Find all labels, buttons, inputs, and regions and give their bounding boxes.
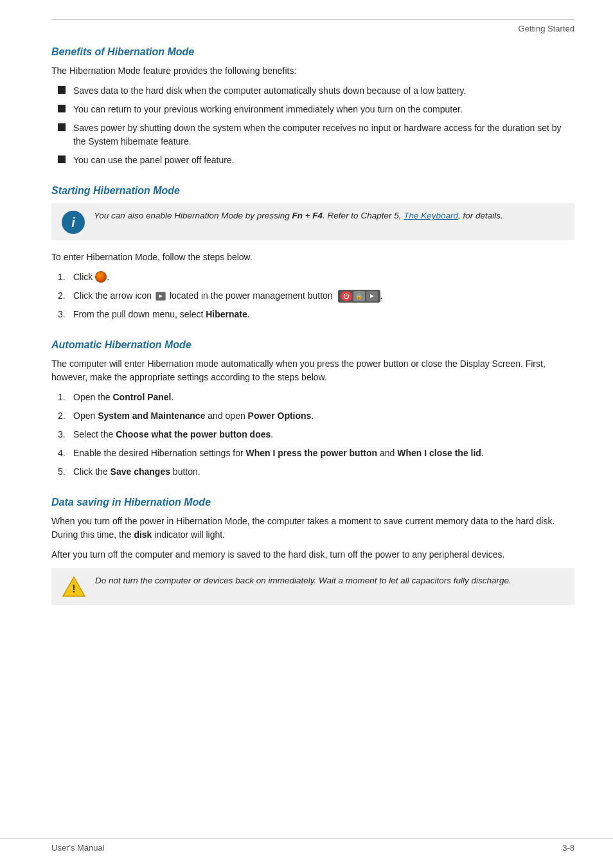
starting-heading: Starting Hibernation Mode [51, 185, 574, 197]
step-text: Select the Choose what the power button … [73, 428, 273, 441]
automatic-heading: Automatic Hibernation Mode [51, 339, 574, 351]
bullet-icon [58, 105, 66, 112]
step2-after: located in the power management button [170, 290, 333, 301]
bullet-text: You can use the panel power off feature. [73, 154, 235, 167]
benefits-bullets: Saves data to the hard disk when the com… [58, 84, 574, 167]
info-box-text: You can also enable Hibernation Mode by … [94, 209, 503, 222]
info-box-fn-f4: i You can also enable Hibernation Mode b… [51, 203, 574, 240]
top-rule [51, 19, 574, 20]
step-text: Open System and Maintenance and open Pow… [73, 409, 314, 423]
list-item: 3. From the pull down menu, select Hiber… [58, 308, 574, 321]
benefits-intro: The Hibernation Mode feature provides th… [51, 64, 574, 78]
step-number: 1. [58, 391, 73, 404]
step-text: Click . [73, 270, 109, 284]
list-item: 5. Click the Save changes button. [58, 465, 574, 479]
arrow-btn-icon: ▶ [366, 291, 378, 301]
power-strip-icon: ⏻ 🔒 ▶ [338, 290, 380, 303]
section-starting: Starting Hibernation Mode i You can also… [51, 185, 574, 321]
section-datasaving: Data saving in Hibernation Mode When you… [51, 497, 574, 605]
warning-icon: ! [62, 574, 86, 599]
info-icon: i [62, 211, 85, 234]
list-item: 1. Click . [58, 270, 574, 284]
bullet-text: You can return to your previous working … [73, 103, 463, 116]
automatic-steps: 1. Open the Control Panel. 2. Open Syste… [58, 391, 574, 479]
bullet-text: Saves data to the hard disk when the com… [73, 84, 466, 98]
footer-left: User's Manual [51, 843, 105, 853]
step-number: 3. [58, 428, 73, 441]
bullet-icon [58, 86, 66, 94]
list-item: 2. Click the arrow icon located in the p… [58, 289, 574, 303]
step-number: 3. [58, 308, 73, 321]
warning-box: ! Do not turn the computer or devices ba… [51, 568, 574, 605]
list-item: Saves data to the hard disk when the com… [58, 84, 574, 98]
datasaving-para1: When you turn off the power in Hibernati… [51, 515, 574, 542]
bullet-icon [58, 155, 66, 163]
click-label: Click [73, 272, 93, 282]
page: Getting Started Benefits of Hibernation … [0, 0, 613, 868]
starting-steps: 1. Click . 2. Click the arrow icon locat… [58, 270, 574, 321]
step-number: 4. [58, 447, 73, 460]
list-item: 2. Open System and Maintenance and open … [58, 409, 574, 423]
lock-btn-icon: 🔒 [353, 291, 365, 301]
step-text: Click the Save changes button. [73, 465, 200, 479]
bullet-text: Saves power by shutting down the system … [73, 121, 574, 148]
step-text: Open the Control Panel. [73, 391, 173, 404]
list-item: 4. Enable the desired Hibernation settin… [58, 447, 574, 460]
arrow-icon [155, 292, 166, 301]
section-benefits: Benefits of Hibernation Mode The Hiberna… [51, 46, 574, 167]
benefits-heading: Benefits of Hibernation Mode [51, 46, 574, 58]
svg-text:!: ! [72, 583, 75, 594]
warning-text: Do not turn the computer or devices back… [95, 574, 511, 587]
step-number: 5. [58, 465, 73, 479]
step-text: Enable the desired Hibernation settings … [73, 447, 484, 460]
footer-right: 3-8 [562, 843, 574, 853]
step-number: 2. [58, 289, 73, 303]
windows-orb-icon [95, 271, 107, 283]
datasaving-para2: After you turn off the computer and memo… [51, 548, 574, 562]
step-number: 1. [58, 270, 73, 284]
automatic-intro: The computer will enter Hibernation mode… [51, 357, 574, 384]
starting-intro: To enter Hibernation Mode, follow the st… [51, 251, 574, 264]
step-text: Click the arrow icon located in the powe… [73, 289, 382, 303]
list-item: 3. Select the Choose what the power butt… [58, 428, 574, 441]
page-footer: User's Manual 3-8 [0, 838, 613, 853]
power-btn-icon: ⏻ [341, 291, 352, 301]
step2-end: . [380, 290, 383, 301]
bullet-icon [58, 123, 66, 131]
page-header: Getting Started [51, 24, 574, 33]
header-text: Getting Started [519, 24, 574, 33]
keyboard-link[interactable]: The Keyboard [404, 211, 458, 220]
step2-before: Click the arrow icon [73, 290, 152, 301]
datasaving-heading: Data saving in Hibernation Mode [51, 497, 574, 508]
section-automatic: Automatic Hibernation Mode The computer … [51, 339, 574, 479]
list-item: You can use the panel power off feature. [58, 154, 574, 167]
step-text: From the pull down menu, select Hibernat… [73, 308, 250, 321]
list-item: Saves power by shutting down the system … [58, 121, 574, 148]
list-item: You can return to your previous working … [58, 103, 574, 116]
step-number: 2. [58, 409, 73, 423]
list-item: 1. Open the Control Panel. [58, 391, 574, 404]
